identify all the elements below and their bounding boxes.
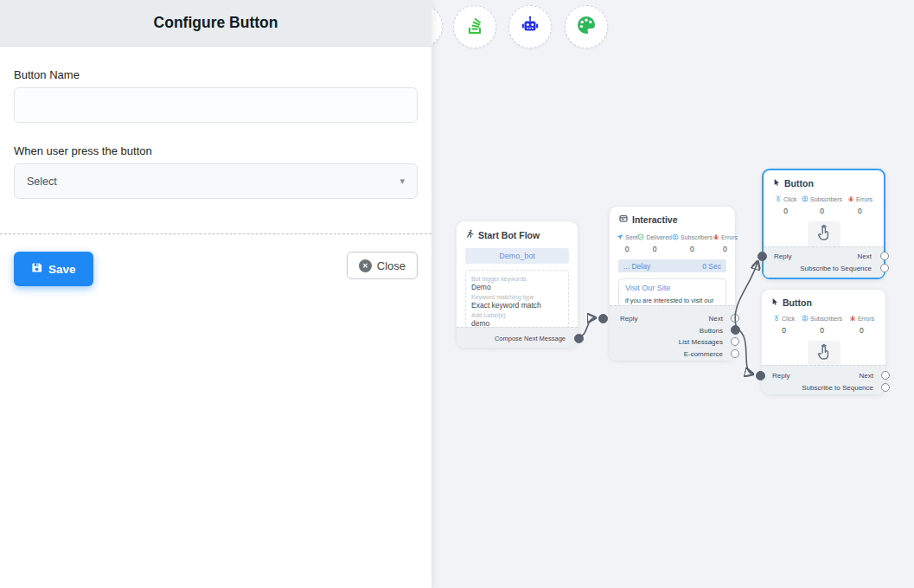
next-output-port[interactable] [731,314,739,323]
port-label-next: Next [858,252,872,260]
start-node-footer: Compose Next Message [457,327,578,348]
subscribe-output-port[interactable] [880,264,889,272]
stat-click: Click 0 [773,315,795,335]
subscribe-output-port[interactable] [881,383,890,392]
select-current-value: Select [27,176,57,188]
stat-subscribers: Subscribers 0 [672,233,713,253]
bug-icon [847,195,854,203]
button-name-input[interactable] [14,87,418,123]
compose-output-port[interactable] [574,334,584,343]
stat-label: Subscribers [810,316,842,322]
reply-label: Reply [772,372,789,380]
stat-sent: Sent 0 [617,233,637,253]
node-button-selected[interactable]: Button Click 0 Subscribers [762,169,885,279]
reply-input-port[interactable] [598,314,608,323]
stat-label: Click [782,316,795,322]
node-interactive[interactable]: Interactive Sent 0 Delivered [610,207,735,361]
close-circle-icon: ✕ [359,259,372,272]
stat-label: Errors [856,196,872,202]
save-button[interactable]: Save [14,252,93,286]
button1-node-header: Button [764,170,884,192]
port-label-buttons: Buttons [700,327,723,335]
stat-click: Click 0 [775,195,796,215]
start-node-fields: Bot trigger keywords Demo Keyword matchi… [465,270,569,333]
field-label: Add Label(s) [471,312,563,318]
stat-errors: Errors 0 [849,315,874,335]
start-node-header: Start Bot Flow [457,221,578,244]
stat-errors: Errors 0 [713,233,738,253]
port-label-next: Next [709,315,723,323]
stat-value: 0 [775,207,796,215]
bug-icon [713,233,719,241]
message-card-icon [619,214,628,225]
field-label: Keyword matching type [471,294,563,300]
list-messages-output-port[interactable] [731,337,739,346]
node-button-second[interactable]: Button Click 0 Subscribers [762,290,885,394]
toolbar-robot-button[interactable] [508,5,552,48]
stat-value: 0 [802,326,842,335]
button2-node-footer: Reply Next Subscribe to Sequence [762,365,885,394]
field-value: Exact keyword match [471,301,563,310]
reply-input-port[interactable] [756,371,765,380]
hand-click-icon [775,195,782,203]
node-start-bot-flow[interactable]: Start Bot Flow Demo_bot Bot trigger keyw… [457,221,578,348]
divider [0,233,431,234]
page-title: Configure Button [154,14,278,32]
stat-label: Delivered [646,234,672,240]
button1-node-title: Button [784,178,814,189]
robot-icon [519,14,541,40]
button1-stats: Click 0 Subscribers 0 Errors [764,192,884,215]
delay-bar[interactable]: ... Delay 0 Sec [618,259,726,272]
reply-input-port[interactable] [757,252,767,261]
toolbar-palette-button[interactable] [565,5,608,48]
panel-header: Configure Button [0,0,431,47]
stat-subscribers: Subscribers 0 [802,315,842,335]
button1-node-footer: Reply Next Subscribe to Sequence [764,246,884,278]
buttons-output-port[interactable] [731,325,740,335]
press-action-label: When user press the button [14,144,418,157]
bug-icon [849,315,856,323]
stat-value: 0 [617,245,637,253]
next-output-port[interactable] [881,371,890,380]
chevron-down-icon: ▾ [399,176,405,187]
ecommerce-output-port[interactable] [731,349,739,358]
close-button[interactable]: ✕ Close [347,252,418,279]
hand-pointer-icon [815,224,834,245]
field-value: Demo [471,283,563,291]
close-button-label: Close [377,259,406,272]
port-label-list-messages: List Messages [679,338,723,346]
edge-buttons-to-button2 [737,329,752,374]
interactive-node-header: Interactive [610,207,735,228]
stat-label: Errors [858,316,874,322]
stat-label: Errors [721,234,738,240]
delay-value: 0 Sec [702,262,721,271]
subscriber-icon [672,233,679,241]
next-output-port[interactable] [880,252,889,260]
bot-name-badge: Demo_bot [465,248,569,264]
toolbar-stack-button[interactable] [453,5,496,48]
field-label: Bot trigger keywords [471,276,563,282]
palette-icon [575,14,598,40]
port-label-subscribe: Subscribe to Sequence [802,384,873,392]
reply-label: Reply [774,252,791,260]
button1-hand-box [808,221,840,247]
stack-icon [463,14,486,40]
stat-value: 0 [713,245,738,253]
hand-click-icon [773,315,780,323]
subscriber-icon [802,315,809,323]
edge-compose-to-interactive [579,318,595,337]
stat-delivered: Delivered 0 [637,233,672,253]
button2-stats: Click 0 Subscribers 0 Errors [762,311,885,335]
panel-body: Button Name When user press the button S… [0,68,431,286]
stat-value: 0 [849,326,874,335]
paper-plane-icon [617,233,623,241]
save-button-label: Save [48,263,76,276]
stat-label: Click [783,196,796,202]
floppy-disk-icon [31,262,42,276]
stat-label: Subscribers [810,196,842,202]
port-label-next: Next [860,372,873,380]
stat-value: 0 [847,207,872,215]
press-action-select[interactable]: Select ▾ [14,163,418,199]
button2-node-title: Button [783,297,812,308]
stat-value: 0 [672,245,713,253]
